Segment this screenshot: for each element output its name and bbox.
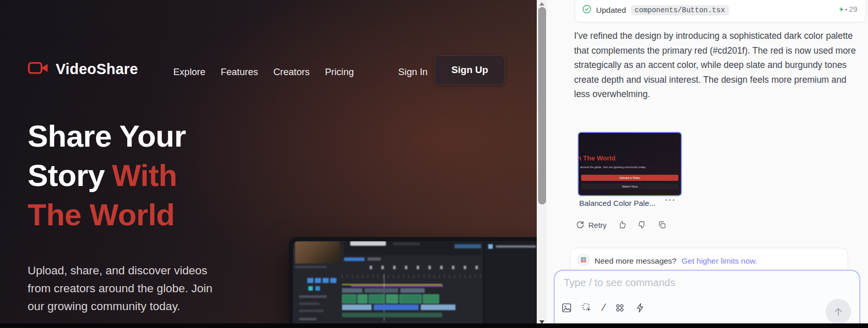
copy-icon[interactable] [657,220,667,229]
vertical-scrollbar[interactable] [537,0,547,328]
banner-text: Need more messages? [595,256,676,266]
diff-minus: - [845,5,848,13]
more-options-icon[interactable]: ··· [665,195,676,206]
check-circle-icon [582,5,591,16]
composer-input[interactable]: Type / to see commands [564,277,675,289]
sign-up-button[interactable]: Sign Up [435,55,505,85]
scrollbar-thumb[interactable] [538,7,546,204]
hero-video-image [289,237,537,328]
site-nav: Explore Features Creators Pricing [173,66,354,78]
tool-status-label: Updated [596,6,626,15]
hero-subtitle: Upload, share, and discover videos from … [28,262,231,315]
site-preview: VideoShare Explore Features Creators Pri… [0,0,537,328]
brand: VideoShare [28,60,138,78]
nav-item-explore[interactable]: Explore [173,66,205,78]
send-button[interactable] [826,299,851,324]
get-higher-limits-link[interactable]: Get higher limits now. [681,256,757,266]
artifact-title[interactable]: Balanced Color Pale... [579,199,655,207]
retry-icon [576,220,585,229]
diff-stat: + - 29 [839,5,857,13]
nav-item-pricing[interactable]: Pricing [325,66,354,78]
select-element-icon[interactable] [582,302,592,313]
video-camera-icon [28,60,49,78]
retry-button[interactable]: Retry [576,220,607,229]
diamonds-icon[interactable] [614,302,625,313]
nav-item-features[interactable]: Features [221,66,258,78]
hero-line-2: StoryWith [28,156,186,195]
pinwheel-icon [578,254,589,268]
screen: VideoShare Explore Features Creators Pri… [0,0,868,328]
thumbs-up-icon[interactable] [618,220,627,229]
hero-heading: Share Your StoryWith The World [28,116,186,235]
lightning-icon[interactable] [635,302,646,313]
composer: Type / to see commands / [554,270,860,328]
diff-count: 29 [849,5,857,13]
brand-name: VideoShare [56,61,138,78]
image-icon[interactable] [561,302,572,313]
artifact-thumbnail[interactable]: h The World around the globe. Join our g… [578,132,682,196]
message-actions: Retry [576,220,667,229]
retry-label: Retry [588,221,607,229]
thumb-heading: h The World [578,154,615,162]
hero-line-3: The World [28,195,186,235]
bottom-bar [0,323,868,328]
diff-plus: + [839,5,843,13]
slash-command-icon[interactable]: / [602,302,606,313]
thumb-primary-button: Upload a Video [581,175,678,181]
tool-file-chip: components/Button.tsx [631,5,729,15]
video-editor-mock [293,241,537,328]
tool-result-card[interactable]: Updated components/Button.tsx + - 29 [575,0,866,22]
arrow-up-icon [833,306,844,317]
sign-in-link[interactable]: Sign In [398,66,428,78]
chat-panel: Updated components/Button.tsx + - 29 I'v… [547,0,868,328]
thumbs-down-icon[interactable] [637,220,647,229]
nav-item-creators[interactable]: Creators [273,66,310,78]
scrollbar-up-arrow[interactable] [539,2,544,6]
assistant-message: I've refined the design by introducing a… [574,29,860,102]
hero-line-1: Share Your [28,116,186,156]
thumb-tagline: around the globe. Join our growing commu… [580,166,646,169]
thumb-secondary-button: Watch Now [581,183,678,189]
